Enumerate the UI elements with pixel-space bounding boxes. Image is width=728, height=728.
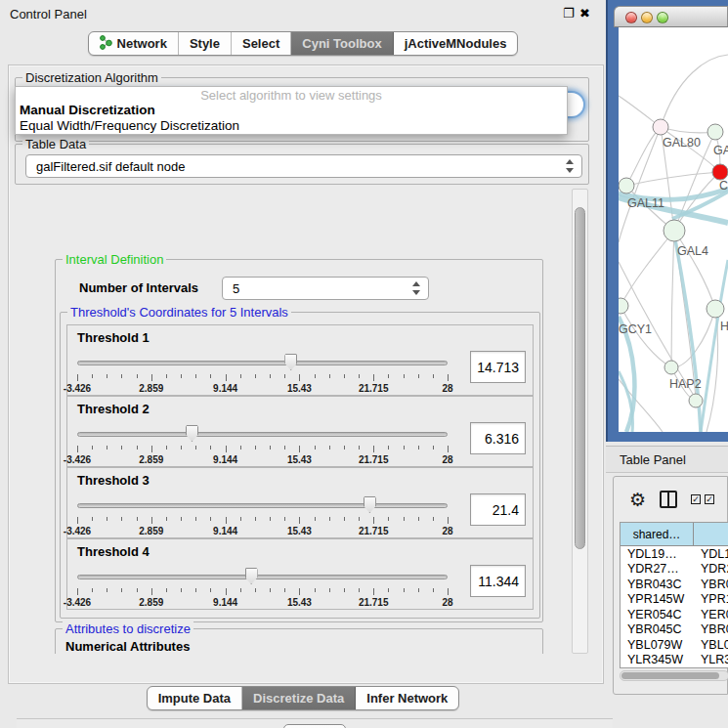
network-node[interactable] [689, 394, 703, 407]
network-icon [100, 35, 112, 53]
table-cell: YPR145W [621, 592, 694, 608]
tick-label: 9.144 [213, 383, 237, 394]
checkbox-icon[interactable]: ✓ [691, 494, 701, 504]
close-traffic-light-icon[interactable] [625, 12, 637, 23]
panel-vertical-scrollbar[interactable] [572, 189, 588, 654]
network-node-gal4[interactable] [664, 220, 685, 241]
node-label: GA [713, 144, 728, 157]
tab-discretize-data[interactable]: Discretize Data [242, 687, 356, 709]
table-cell: YIL0 [694, 667, 728, 668]
tick-mark [121, 374, 122, 378]
node-table[interactable]: shared…na YDL19…YDL1YDR27…YDR2YBR043CYBR… [620, 522, 728, 668]
network-window-titlebar[interactable] [614, 6, 728, 27]
slider-track[interactable] [77, 503, 448, 508]
threshold-value-field[interactable]: 11.344 [470, 565, 526, 597]
apply-button[interactable]: Apply [283, 724, 346, 728]
network-edge-thick[interactable] [701, 260, 728, 432]
threshold-value-field[interactable]: 14.713 [470, 351, 526, 383]
slider-track[interactable] [77, 432, 448, 437]
slider-thumb[interactable] [284, 354, 297, 370]
table-row[interactable]: YBL079WYBL0 [621, 637, 728, 653]
table-row[interactable]: YBR045CYBR0 [621, 622, 728, 638]
table-row[interactable]: YBR043CYBR0 [621, 577, 728, 592]
numerical-attributes-label: Numerical Attributes [65, 639, 190, 654]
threshold-label: Threshold 4 [77, 544, 150, 559]
network-edge[interactable] [626, 127, 661, 186]
slider-track[interactable] [77, 361, 448, 365]
number-of-intervals-value: 5 [233, 281, 239, 296]
tab-jactivemnodules[interactable]: jActiveMNodules [394, 32, 518, 55]
tick-label: -3.426 [64, 526, 91, 536]
tick-mark [315, 446, 316, 450]
threshold-slider[interactable]: -3.4262.8599.14415.4321.71528 [77, 424, 448, 465]
table-data-combobox[interactable]: galFiltered.sif default node [25, 154, 582, 178]
threshold-value-field[interactable]: 6.316 [470, 422, 526, 454]
node-label: HAP2 [669, 377, 702, 391]
tab-network[interactable]: Network [89, 32, 179, 55]
slider-thumb[interactable] [245, 568, 258, 584]
network-node-gal11[interactable] [619, 178, 634, 193]
tick-label: 28 [442, 597, 452, 608]
network-node-hap2[interactable] [664, 361, 678, 374]
node-label: H [720, 320, 728, 333]
tick-mark [433, 588, 434, 592]
float-window-icon[interactable]: ❐ [563, 6, 575, 21]
table-row[interactable]: YER054CYER0 [621, 607, 728, 622]
tab-select[interactable]: Select [232, 32, 291, 55]
zoom-traffic-light-icon[interactable] [657, 12, 668, 23]
network-node-gcy1[interactable] [619, 298, 628, 314]
close-panel-icon[interactable]: ✖ [579, 6, 590, 21]
scrollbar-thumb[interactable] [621, 672, 719, 679]
threshold-slider[interactable]: -3.4262.8599.14415.4321.71528 [77, 567, 448, 608]
slider-thumb[interactable] [186, 425, 198, 442]
number-of-intervals-combobox[interactable]: 5 [222, 277, 429, 300]
table-row[interactable]: YDL19…YDL1 [621, 546, 728, 562]
network-graph[interactable]: GAL80GACGAL11GAL4GCY1HHAP2 [619, 27, 728, 432]
tick-mark [195, 374, 196, 378]
table-panel-body: ⚙ ✓ ✓ shared…na YDL19…YDL1YDR27…YDR2YBR0… [613, 476, 728, 695]
algorithm-option-equal-width[interactable]: Equal Width/Frequency Discretization [16, 118, 567, 134]
table-row[interactable]: YPR145WYPR1 [621, 592, 728, 608]
tab-infer-network[interactable]: Infer Network [356, 687, 458, 709]
gear-icon[interactable]: ⚙ [629, 491, 646, 509]
columns-icon[interactable] [660, 491, 677, 508]
table-data-value: galFiltered.sif default node [36, 159, 185, 174]
table-row[interactable]: YDR27…YDR2 [621, 562, 728, 578]
tab-cyni-toolbox[interactable]: Cyni Toolbox [291, 32, 393, 55]
network-edge[interactable] [661, 55, 728, 127]
table-row[interactable]: YLR345WYLR3 [621, 653, 728, 668]
tick-mark [388, 374, 389, 378]
threshold-slider[interactable]: -3.4262.8599.14415.4321.71528 [77, 353, 448, 394]
tick-mark [121, 446, 122, 450]
tick-mark [404, 446, 405, 450]
network-canvas[interactable]: GAL80GACGAL11GAL4GCY1HHAP2 [619, 27, 728, 432]
network-node-h[interactable] [707, 300, 724, 318]
slider-track[interactable] [77, 575, 448, 579]
network-edge[interactable] [671, 231, 674, 367]
network-node-ga[interactable] [707, 124, 723, 140]
tick-mark [166, 588, 167, 592]
cyni-toolbox-panel: Discretization Algorithm Select algorith… [8, 64, 604, 684]
interval-definition-title: Interval Definition [63, 252, 166, 267]
network-node-c[interactable] [712, 164, 728, 180]
slider-thumb[interactable] [364, 496, 376, 513]
node-label: GAL11 [627, 196, 664, 210]
network-node-gal80[interactable] [653, 119, 668, 135]
threshold-value-field[interactable]: 21.4 [470, 493, 526, 526]
table-horizontal-scrollbar[interactable] [620, 670, 728, 681]
tick-label: 15.43 [287, 526, 312, 536]
tab-style[interactable]: Style [179, 32, 232, 55]
tick-mark [433, 446, 434, 450]
tab-impute-data[interactable]: Impute Data [148, 687, 242, 709]
column-header-1[interactable]: shared… [621, 523, 694, 546]
scrollbar-thumb[interactable] [575, 207, 585, 549]
table-row[interactable]: YIL052CYIL0 [621, 667, 728, 668]
minimize-traffic-light-icon[interactable] [641, 12, 653, 23]
network-edge[interactable] [621, 231, 674, 306]
tick-mark [344, 517, 345, 521]
algorithm-option-manual[interactable]: Manual Discretization [16, 103, 567, 118]
column-header-2[interactable]: na [694, 523, 728, 546]
threshold-slider[interactable]: -3.4262.8599.14415.4321.71528 [77, 495, 448, 536]
checkbox-icon[interactable]: ✓ [705, 494, 714, 504]
tick-mark [359, 374, 360, 378]
